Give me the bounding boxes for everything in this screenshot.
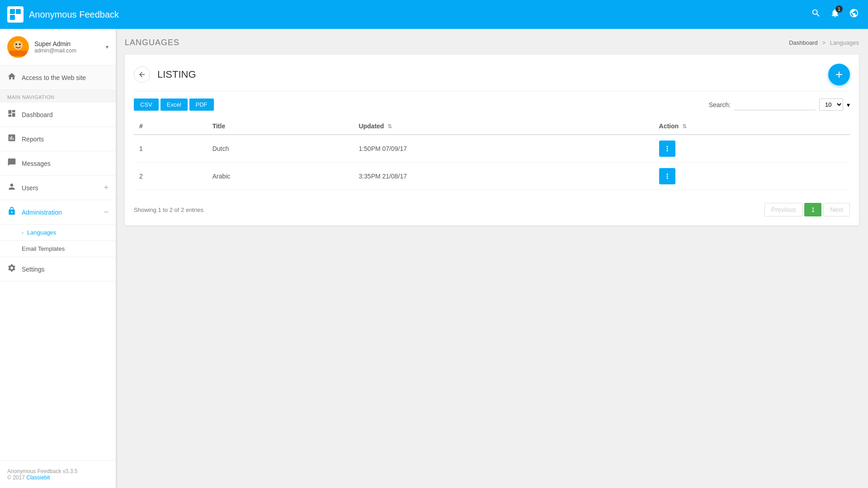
- per-page-select[interactable]: 10 25 50: [819, 99, 843, 111]
- sidebar-item-users[interactable]: Users +: [0, 176, 116, 200]
- per-page-arrow: ▾: [847, 101, 850, 108]
- page-header: LANGUAGES Dashboard > Languages: [125, 38, 859, 47]
- sidebar-subitem-label-languages: Languages: [27, 229, 56, 236]
- sidebar-item-label-reports: Reports: [22, 136, 44, 143]
- col-action: Action ⇅: [654, 118, 850, 135]
- cell-updated: 3:35PM 21/08/17: [353, 163, 653, 190]
- nav-section-label: Main Navigation: [0, 90, 116, 103]
- page-1-button[interactable]: 1: [804, 203, 821, 216]
- user-profile[interactable]: Super Admin admin@mail.com ▾: [0, 29, 116, 66]
- cell-title: Arabic: [207, 163, 354, 190]
- cell-num: 1: [134, 135, 207, 163]
- settings-icon: [7, 263, 16, 275]
- breadcrumb-separator: >: [822, 39, 826, 46]
- globe-icon[interactable]: [849, 8, 859, 21]
- sidebar-item-dashboard[interactable]: Dashboard: [0, 103, 116, 127]
- sort-icon-updated: ⇅: [387, 123, 392, 130]
- cell-updated: 1:50PM 07/09/17: [353, 135, 653, 163]
- page-title: LANGUAGES: [125, 38, 179, 47]
- administration-icon: [7, 206, 16, 218]
- action-button[interactable]: [659, 141, 675, 157]
- sidebar-item-label-settings: Settings: [22, 266, 45, 273]
- sidebar-item-label-dashboard: Dashboard: [22, 111, 53, 118]
- card-title-row: LISTING: [134, 66, 196, 83]
- col-title: Title: [207, 118, 354, 135]
- svg-rect-2: [10, 15, 15, 20]
- svg-rect-8: [9, 51, 27, 56]
- users-icon: [7, 182, 16, 193]
- csv-button[interactable]: CSV: [134, 99, 159, 111]
- table-row: 2 Arabic 3:35PM 21/08/17: [134, 163, 850, 190]
- export-search-row: CSV Excel PDF Search: 10 25 50 ▾: [134, 99, 850, 111]
- svg-rect-0: [10, 9, 15, 14]
- dashboard-icon: [7, 109, 16, 120]
- table-header-row: # Title Updated ⇅ Action ⇅: [134, 118, 850, 135]
- app-title: Anonymous Feedback: [29, 9, 119, 20]
- header-actions: 1: [811, 8, 859, 21]
- sidebar-subitem-email-templates[interactable]: Email Templates: [0, 241, 116, 257]
- sidebar-subitem-languages[interactable]: › Languages: [0, 225, 116, 241]
- card-header: LISTING +: [134, 64, 850, 91]
- messages-icon: [7, 158, 16, 169]
- sidebar-subitem-label-email-templates: Email Templates: [22, 245, 65, 252]
- logo-area: Anonymous Feedback: [7, 6, 119, 23]
- sort-icon-action: ⇅: [682, 123, 687, 130]
- table-row: 1 Dutch 1:50PM 07/09/17: [134, 135, 850, 163]
- sidebar: Super Admin admin@mail.com ▾ Access to t…: [0, 29, 116, 488]
- app-version-text: Anonymous Feedback v3.3.5: [7, 468, 108, 474]
- sidebar-footer: Anonymous Feedback v3.3.5 © 2017 Classie…: [0, 460, 116, 488]
- action-button[interactable]: [659, 168, 675, 184]
- reports-icon: [7, 133, 16, 145]
- sidebar-item-administration[interactable]: Administration −: [0, 200, 116, 225]
- pagination-row: Showing 1 to 2 of 2 entries Previous 1 N…: [134, 197, 850, 216]
- app-logo: [7, 6, 24, 23]
- svg-point-6: [15, 43, 17, 45]
- user-name: Super Admin: [34, 40, 100, 47]
- search-label: Search:: [709, 101, 731, 108]
- access-label: Access to the Web site: [22, 74, 86, 81]
- top-header: Anonymous Feedback 1: [0, 0, 868, 29]
- search-icon[interactable]: [811, 8, 821, 21]
- users-plus-icon: +: [104, 183, 108, 192]
- notification-icon[interactable]: 1: [830, 8, 840, 21]
- svg-point-5: [14, 41, 23, 50]
- cell-action: [654, 163, 850, 190]
- content-area: LANGUAGES Dashboard > Languages LISTING …: [116, 29, 868, 488]
- next-button[interactable]: Next: [823, 203, 850, 216]
- col-num: #: [134, 118, 207, 135]
- svg-rect-1: [16, 9, 21, 14]
- sidebar-item-access[interactable]: Access to the Web site: [0, 66, 116, 90]
- user-dropdown-arrow: ▾: [106, 44, 108, 50]
- svg-point-7: [19, 43, 21, 45]
- svg-rect-3: [16, 15, 21, 20]
- sidebar-item-label-users: Users: [22, 184, 38, 192]
- company-link[interactable]: Classiebit: [26, 474, 50, 481]
- breadcrumb-current: Languages: [830, 39, 859, 46]
- chevron-right-icon: ›: [22, 230, 24, 236]
- user-email: admin@mail.com: [34, 47, 100, 54]
- home-icon: [7, 72, 16, 83]
- back-button[interactable]: [134, 66, 150, 83]
- sidebar-item-reports[interactable]: Reports: [0, 127, 116, 151]
- cell-num: 2: [134, 163, 207, 190]
- sidebar-item-label-messages: Messages: [22, 160, 51, 167]
- sidebar-item-settings[interactable]: Settings: [0, 257, 116, 282]
- copyright-text: © 2017 Classiebit: [7, 474, 108, 481]
- breadcrumb-home[interactable]: Dashboard: [789, 39, 818, 46]
- administration-minus-icon: −: [104, 207, 108, 217]
- breadcrumb: Dashboard > Languages: [789, 39, 859, 46]
- sidebar-item-messages[interactable]: Messages: [0, 151, 116, 176]
- pdf-button[interactable]: PDF: [189, 99, 214, 111]
- add-button[interactable]: +: [828, 64, 850, 85]
- showing-text: Showing 1 to 2 of 2 entries: [134, 206, 203, 213]
- sidebar-item-label-administration: Administration: [22, 209, 62, 216]
- search-input[interactable]: [734, 99, 816, 110]
- cell-title: Dutch: [207, 135, 354, 163]
- pagination-buttons: Previous 1 Next: [764, 203, 850, 216]
- excel-button[interactable]: Excel: [160, 99, 188, 111]
- user-info: Super Admin admin@mail.com: [34, 40, 100, 54]
- previous-button[interactable]: Previous: [764, 203, 802, 216]
- cell-action: [654, 135, 850, 163]
- main-layout: Super Admin admin@mail.com ▾ Access to t…: [0, 29, 868, 488]
- avatar: [7, 36, 29, 58]
